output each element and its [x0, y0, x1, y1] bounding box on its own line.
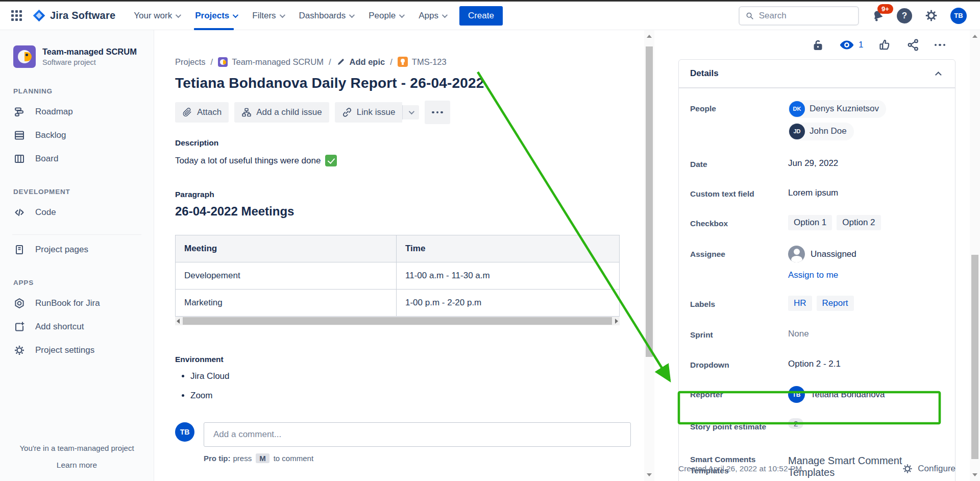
check-mark-emoji — [325, 155, 337, 166]
share-button[interactable] — [906, 38, 920, 52]
table-header-row: Meeting Time — [176, 235, 620, 262]
search-box[interactable] — [739, 6, 859, 26]
vertical-scrollbar-thumb[interactable] — [971, 255, 978, 459]
nav-filters[interactable]: Filters — [252, 2, 283, 30]
label-chip[interactable]: Report — [817, 296, 854, 311]
field-date: Date Jun 29, 2022 — [679, 148, 955, 178]
sidebar-item-add-shortcut[interactable]: Add shortcut — [7, 315, 146, 339]
page-vertical-scrollbar[interactable] — [970, 30, 980, 481]
checkbox-option-chip[interactable]: Option 1 — [788, 215, 832, 230]
more-actions-button[interactable] — [425, 101, 450, 124]
notifications-button[interactable]: 9+ — [871, 9, 885, 22]
details-body: People DK Denys Kuznietsov JD John Doe D… — [679, 88, 955, 481]
learn-more-link[interactable]: Learn more — [0, 461, 154, 470]
breadcrumb-projects[interactable]: Projects — [175, 57, 206, 67]
scroll-up-arrow-icon[interactable] — [972, 35, 977, 38]
created-timestamp: Created April 26, 2022 at 10:52 PM — [678, 464, 802, 473]
breadcrumb-issue-key[interactable]: TMS-123 — [398, 57, 447, 67]
nav-dashboards[interactable]: Dashboards — [299, 2, 354, 30]
assign-to-me-link[interactable]: Assign to me — [788, 270, 856, 280]
sidebar-item-project-settings[interactable]: Project settings — [7, 339, 146, 362]
meetings-heading: 26-04-2022 Meetings — [175, 204, 631, 219]
sidebar-item-code[interactable]: Code — [7, 201, 146, 224]
sidebar-item-backlog[interactable]: Backlog — [7, 124, 146, 147]
custom-text-value[interactable]: Lorem ipsum — [788, 185, 945, 198]
issue-action-bar: Attach Add a child issue — [175, 101, 631, 124]
environment-item: Jira Cloud — [190, 371, 631, 381]
description-text[interactable]: Today a lot of useful things were done — [175, 155, 631, 166]
main-vertical-scrollbar[interactable] — [644, 30, 654, 481]
sidebar-item-runbook[interactable]: RunBook for Jira — [7, 292, 146, 315]
checkbox-option-chip[interactable]: Option 2 — [837, 215, 880, 230]
link-icon — [342, 107, 352, 117]
configure-button[interactable]: Configure — [902, 463, 955, 474]
table-horizontal-scrollbar[interactable] — [175, 317, 620, 325]
project-header[interactable]: Team-managed SCRUM Software project — [7, 43, 146, 70]
user-avatar[interactable]: TB — [950, 8, 967, 24]
top-navigation: Jira Software Your work Projects Filters… — [0, 2, 980, 30]
scroll-up-arrow-icon[interactable] — [647, 35, 652, 38]
scroll-right-arrow-icon[interactable] — [615, 319, 618, 324]
pages-icon — [13, 244, 26, 256]
date-value[interactable]: Jun 29, 2022 — [788, 156, 945, 169]
panel-more-button[interactable] — [935, 38, 946, 52]
link-issue-button[interactable]: Link issue — [335, 102, 403, 123]
search-icon — [746, 11, 754, 20]
field-custom-text: Custom text field Lorem ipsum — [679, 178, 955, 207]
sprint-value[interactable]: None — [788, 326, 945, 339]
app-switcher-icon[interactable] — [11, 10, 22, 21]
question-glyph: ? — [902, 11, 907, 21]
table-cell: 11-00 a.m - 11-30 a.m — [397, 262, 620, 290]
sidebar-item-board[interactable]: Board — [7, 147, 146, 171]
paragraph-label: Paragraph — [175, 190, 631, 199]
scroll-left-arrow-icon[interactable] — [177, 319, 180, 324]
settings-gear-icon[interactable] — [924, 9, 938, 22]
jira-logo[interactable]: Jira Software — [32, 9, 115, 22]
create-button[interactable]: Create — [459, 6, 503, 26]
nav-your-work[interactable]: Your work — [134, 2, 180, 30]
sidebar-item-label: Project pages — [35, 245, 88, 255]
sidebar-item-label: Roadmap — [35, 107, 73, 117]
environment-item: Zoom — [190, 391, 631, 401]
scroll-down-arrow-icon[interactable] — [647, 473, 652, 476]
environment-list: Jira Cloud Zoom — [175, 371, 631, 401]
story-point-badge[interactable]: 2 — [788, 418, 803, 429]
comment-protip: Pro tip: press M to comment — [204, 453, 631, 463]
label-chip[interactable]: HR — [788, 296, 812, 311]
chevron-down-icon — [399, 12, 405, 17]
people-chip[interactable]: JD John Doe — [788, 123, 854, 140]
link-issue-dropdown-button[interactable] — [402, 105, 419, 119]
comment-input[interactable]: Add a comment... — [204, 422, 631, 447]
chevron-down-icon — [279, 12, 285, 17]
assignee-value[interactable]: Unassigned — [788, 246, 856, 262]
field-reporter: Reporter TB Tetiana Bohdanova — [679, 378, 955, 411]
scroll-down-arrow-icon[interactable] — [972, 473, 977, 476]
project-sidebar: Team-managed SCRUM Software project PLAN… — [0, 30, 154, 481]
breadcrumb-project[interactable]: Team-managed SCRUM — [218, 57, 324, 67]
sidebar-item-label: Board — [35, 154, 58, 164]
paperclip-icon — [182, 107, 192, 117]
nav-people[interactable]: People — [369, 2, 403, 30]
restrictions-button[interactable] — [812, 39, 824, 52]
vertical-scrollbar-thumb[interactable] — [646, 46, 653, 357]
sidebar-item-project-pages[interactable]: Project pages — [7, 238, 146, 261]
people-chip[interactable]: DK Denys Kuznietsov — [788, 100, 886, 118]
add-child-issue-button[interactable]: Add a child issue — [234, 102, 329, 123]
watch-button[interactable]: 1 — [839, 39, 863, 51]
vote-button[interactable] — [878, 38, 892, 52]
nav-apps[interactable]: Apps — [419, 2, 446, 30]
field-smart-comments: Smart Comments Templates Manage Smart Co… — [679, 441, 955, 481]
details-header[interactable]: Details — [679, 60, 955, 87]
sidebar-item-roadmap[interactable]: Roadmap — [7, 100, 146, 124]
nav-right-cluster: 9+ ? TB — [739, 6, 967, 26]
search-input[interactable] — [759, 11, 852, 21]
breadcrumb-add-epic[interactable]: Add epic — [336, 57, 385, 67]
dropdown-value[interactable]: Option 2 - 2.1 — [788, 356, 945, 369]
issue-main-content: Projects / Team-managed SCRUM / Add epic… — [154, 30, 644, 481]
help-button[interactable]: ? — [897, 8, 912, 23]
nav-projects[interactable]: Projects — [195, 2, 237, 30]
reporter-value[interactable]: TB Tetiana Bohdanova — [788, 386, 885, 403]
horizontal-scrollbar-thumb[interactable] — [183, 317, 612, 325]
attach-button[interactable]: Attach — [175, 102, 229, 123]
field-sprint: Sprint None — [679, 319, 955, 348]
